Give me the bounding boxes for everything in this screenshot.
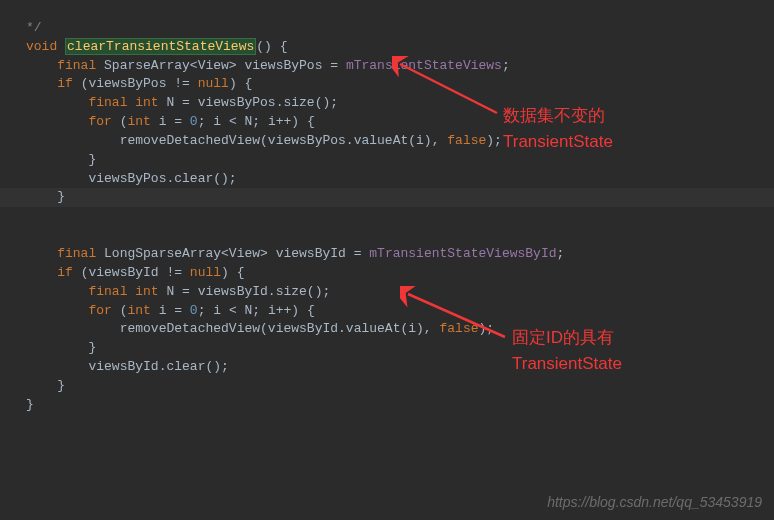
annotation-text: 数据集不变的 TransientState	[503, 103, 613, 156]
code-editor[interactable]: */ void clearTransientStateViews() { fin…	[0, 0, 774, 415]
code-line: void clearTransientStateViews() {	[26, 38, 287, 55]
code-line: if (viewsById != null) {	[57, 265, 244, 280]
code-line: }	[88, 340, 96, 355]
code-line: final LongSparseArray<View> viewsById = …	[57, 246, 564, 261]
code-line: }	[0, 188, 774, 207]
code-line: final int N = viewsById.size();	[88, 284, 330, 299]
code-line: }	[26, 397, 34, 412]
watermark: https://blog.csdn.net/qq_53453919	[547, 492, 762, 512]
code-line: viewsByPos.clear();	[88, 171, 236, 186]
code-line: for (int i = 0; i < N; i++) {	[88, 303, 314, 318]
code-line: viewsById.clear();	[88, 359, 228, 374]
code-line: removeDetachedView(viewsByPos.valueAt(i)…	[120, 133, 502, 148]
annotation-arrow	[400, 286, 510, 342]
code-line: final int N = viewsByPos.size();	[88, 95, 338, 110]
annotation-text: 固定ID的具有 TransientState	[512, 325, 622, 378]
method-name-highlight: clearTransientStateViews	[65, 38, 256, 55]
svg-line-1	[408, 294, 505, 337]
code-line: }	[88, 152, 96, 167]
code-line: }	[57, 378, 65, 393]
comment-line: */	[26, 20, 42, 35]
annotation-arrow	[392, 56, 502, 118]
code-line: if (viewsByPos != null) {	[57, 76, 252, 91]
code-line: for (int i = 0; i < N; i++) {	[88, 114, 314, 129]
svg-line-0	[400, 64, 497, 113]
